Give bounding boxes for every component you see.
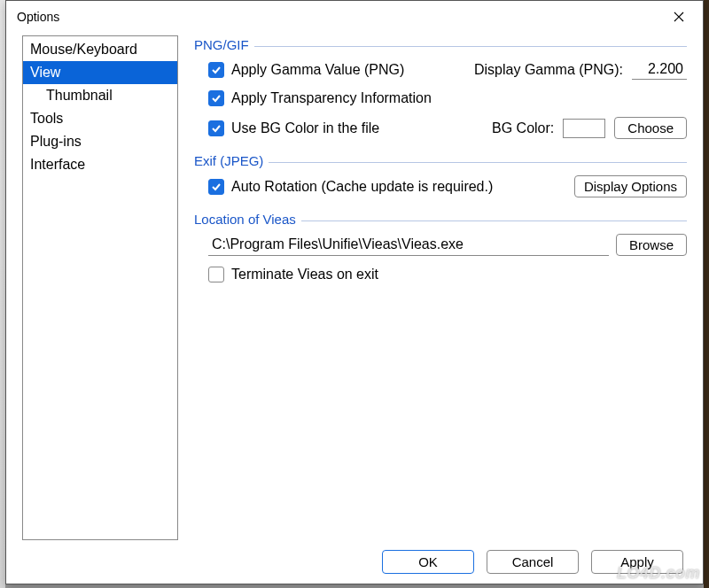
options-dialog: Options Mouse/Keyboard View Thumbnail To…	[5, 0, 704, 584]
settings-content: PNG/GIF Apply Gamma Value (PNG) Display …	[194, 35, 687, 540]
checkbox-apply-gamma[interactable]	[208, 62, 224, 78]
background-right-stripe	[704, 0, 709, 588]
group-title-text: PNG/GIF	[194, 37, 249, 52]
close-icon	[674, 12, 684, 22]
row-use-bg-color: Use BG Color in the file BG Color: Choos…	[194, 112, 687, 144]
sidebar-item-plugins[interactable]: Plug-ins	[23, 130, 177, 153]
category-sidebar: Mouse/Keyboard View Thumbnail Tools Plug…	[22, 35, 178, 540]
check-icon	[211, 93, 222, 104]
checkbox-terminate-vieas[interactable]	[208, 267, 224, 282]
display-options-button[interactable]: Display Options	[574, 175, 687, 197]
group-title-vieas: Location of Vieas	[194, 212, 687, 228]
vieas-path-input[interactable]	[208, 234, 609, 256]
group-divider	[301, 220, 687, 221]
titlebar: Options	[6, 1, 703, 32]
checkbox-apply-transparency[interactable]	[208, 90, 224, 106]
row-auto-rotation: Auto Rotation (Cache update is required.…	[194, 170, 687, 203]
check-icon	[211, 65, 222, 75]
group-title-png-gif: PNG/GIF	[194, 37, 687, 54]
group-title-exif: Exif (JPEG)	[194, 153, 687, 170]
apply-button[interactable]: Apply	[591, 550, 683, 574]
input-display-gamma[interactable]: 2.200	[632, 59, 687, 80]
choose-button[interactable]: Choose	[614, 117, 687, 139]
label-apply-gamma: Apply Gamma Value (PNG)	[231, 62, 404, 78]
label-bg-color: BG Color:	[492, 120, 554, 136]
bg-color-swatch[interactable]	[563, 119, 605, 138]
sidebar-item-mouse-keyboard[interactable]: Mouse/Keyboard	[23, 38, 177, 61]
sidebar-item-thumbnail[interactable]: Thumbnail	[23, 84, 177, 107]
browse-button[interactable]: Browse	[616, 234, 687, 256]
window-title: Options	[17, 10, 658, 24]
dialog-footer: OK Cancel Apply	[6, 540, 703, 584]
label-apply-transparency: Apply Transparency Information	[231, 90, 432, 106]
group-divider	[254, 46, 687, 47]
sidebar-item-view[interactable]: View	[23, 61, 177, 84]
check-icon	[211, 123, 222, 134]
row-apply-transparency: Apply Transparency Information	[194, 85, 687, 112]
sidebar-item-tools[interactable]: Tools	[23, 107, 177, 130]
label-display-gamma: Display Gamma (PNG):	[474, 62, 623, 78]
check-icon	[211, 182, 222, 192]
group-title-text: Exif (JPEG)	[194, 153, 263, 168]
row-apply-gamma: Apply Gamma Value (PNG) Display Gamma (P…	[194, 54, 687, 85]
row-terminate-vieas: Terminate Vieas on exit	[194, 261, 687, 288]
close-button[interactable]	[658, 4, 699, 30]
dialog-body: Mouse/Keyboard View Thumbnail Tools Plug…	[6, 32, 703, 540]
checkbox-auto-rotation[interactable]	[208, 179, 224, 195]
checkbox-use-bg-color[interactable]	[208, 120, 224, 136]
label-auto-rotation: Auto Rotation (Cache update is required.…	[231, 179, 493, 195]
group-divider	[269, 162, 687, 163]
label-use-bg-color: Use BG Color in the file	[231, 120, 379, 136]
sidebar-item-interface[interactable]: Interface	[23, 153, 177, 176]
label-terminate-vieas: Terminate Vieas on exit	[231, 267, 378, 282]
group-title-text: Location of Vieas	[194, 212, 296, 227]
cancel-button[interactable]: Cancel	[487, 550, 579, 574]
row-vieas-path: Browse	[194, 228, 687, 261]
ok-button[interactable]: OK	[382, 550, 474, 574]
